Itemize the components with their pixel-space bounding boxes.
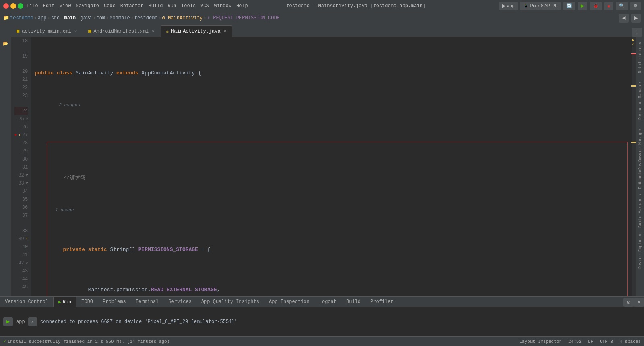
debug-btn[interactable]: 🐞 xyxy=(590,2,602,10)
breadcrumb-src[interactable]: src xyxy=(51,15,60,21)
code-content[interactable]: public class MainActivity extends AppCom… xyxy=(31,37,631,296)
left-sidebar: 📂 xyxy=(0,37,11,296)
breadcrumb-app[interactable]: app xyxy=(38,15,47,21)
status-message: ✓ Install successfully finished in 2 s 5… xyxy=(3,339,169,344)
tab-todo[interactable]: TODO xyxy=(76,297,98,307)
menu-window[interactable]: Window xyxy=(214,3,231,9)
code-line-20: private static String[] PERMISSIONS_STOR… xyxy=(47,246,627,254)
tab-run[interactable]: ▶ Run xyxy=(53,297,76,307)
notifications-label[interactable]: Notifications xyxy=(638,42,642,73)
error-mark-1 xyxy=(631,53,636,54)
window-controls xyxy=(3,3,23,9)
menu-build[interactable]: Build xyxy=(148,3,163,9)
menu-file[interactable]: File xyxy=(27,3,38,9)
breadcrumb-symbol[interactable]: ⚡ REQUEST_PERMISSION_CODE xyxy=(207,15,280,21)
status-bar: ✓ Install successfully finished in 2 s 5… xyxy=(0,336,644,346)
code-container[interactable]: 18 19 20 21 22 23 24 25▽ 26 ●⬆27 28 29 3… xyxy=(11,37,636,296)
tab-build[interactable]: Build xyxy=(341,297,365,307)
code-line-18: public class MainActivity extends AppCom… xyxy=(35,69,628,77)
breadcrumb-project[interactable]: testdemo xyxy=(10,15,33,21)
breadcrumb-main[interactable]: main xyxy=(64,15,76,21)
encoding[interactable]: UTF-8 xyxy=(600,339,613,344)
menu-bar: File Edit View Navigate Code Refactor Bu… xyxy=(27,3,248,9)
menu-code[interactable]: Code xyxy=(104,3,116,9)
sidebar-project-icon[interactable]: 📂 xyxy=(1,39,10,48)
console-output: connected to process 6697 on device 'Pix… xyxy=(40,319,237,325)
code-line-19: //请求码 xyxy=(47,174,627,182)
tab-logcat[interactable]: Logcat xyxy=(314,297,341,307)
run-config-btn[interactable]: ▶ app xyxy=(499,2,517,10)
breadcrumb-com[interactable]: com xyxy=(96,15,105,21)
breadcrumb-testdemo[interactable]: testdemo xyxy=(134,15,158,21)
resource-manager-label[interactable]: Resource Manager xyxy=(638,81,642,120)
warning-mark-1 xyxy=(631,85,636,86)
tab-app-inspection[interactable]: App Inspection xyxy=(264,297,314,307)
menu-vcs[interactable]: VCS xyxy=(200,3,209,9)
menu-view[interactable]: View xyxy=(60,3,71,9)
error-stripe: ▲ 7 xyxy=(631,37,636,296)
status-right: Layout Inspector 24:52 LF UTF-8 4 spaces xyxy=(519,339,641,344)
nav-actions: ◀ ▶ xyxy=(619,14,641,23)
window-title: testdemo - MainActivity.java [testdemo.a… xyxy=(286,3,425,9)
tab-app-quality[interactable]: App Quality Insights xyxy=(196,297,264,307)
menu-refactor[interactable]: Refactor xyxy=(120,3,144,9)
panel-settings-btn[interactable]: ⚙ xyxy=(623,298,634,307)
sync-btn[interactable]: 🔄 xyxy=(563,2,575,10)
menu-navigate[interactable]: Navigate xyxy=(76,3,99,9)
tab-close-icon[interactable]: × xyxy=(74,29,78,34)
right-sidebar-bottom: Running Devices Build Variants Device Ex… xyxy=(638,153,642,272)
build-variants-label[interactable]: Build Variants xyxy=(638,194,642,228)
tab-profiler[interactable]: Profiler xyxy=(365,297,398,307)
tab-icon: ▦ xyxy=(17,28,19,34)
tab-version-control[interactable]: Version Control xyxy=(0,297,53,307)
layout-inspector-label[interactable]: Layout Inspector xyxy=(519,339,562,344)
nav-back-btn[interactable]: ◀ xyxy=(619,14,629,23)
editor-settings-btn[interactable]: ⋮ xyxy=(632,28,642,37)
tab-close-icon[interactable]: × xyxy=(151,29,155,34)
settings-btn[interactable]: ⚙ xyxy=(630,2,641,10)
breadcrumb-java[interactable]: java xyxy=(80,15,92,21)
cursor-position[interactable]: 24:52 xyxy=(568,339,582,344)
tab-problems[interactable]: Problems xyxy=(98,297,131,307)
warning-count: ▲ 7 xyxy=(632,38,635,47)
stop-btn[interactable]: ■ xyxy=(604,2,613,10)
menu-tools[interactable]: Tools xyxy=(181,3,196,9)
search-btn[interactable]: 🔍 xyxy=(616,2,628,10)
indent[interactable]: 4 spaces xyxy=(619,339,641,344)
tab-androidmanifest-xml[interactable]: ▦ AndroidManifest.xml × xyxy=(83,25,161,37)
running-devices-label[interactable]: Running Devices xyxy=(638,153,642,189)
line-numbers: 18 19 20 21 22 23 24 25▽ 26 ●⬆27 28 29 3… xyxy=(11,37,31,296)
run-stop-btn[interactable]: ▶ xyxy=(3,317,13,326)
line-ending[interactable]: LF xyxy=(588,339,593,344)
menu-help[interactable]: Help xyxy=(236,3,248,9)
nav-forward-btn[interactable]: ▶ xyxy=(631,14,641,23)
close-button[interactable] xyxy=(3,3,9,9)
navbar: 📁 testdemo › app › src › main › java › c… xyxy=(0,12,644,24)
maximize-button[interactable] xyxy=(18,3,23,9)
tab-terminal[interactable]: Terminal xyxy=(131,297,164,307)
device-explorer-label[interactable]: Device Explorer xyxy=(638,233,642,269)
bottom-content: ▶ app × connected to process 6697 on dev… xyxy=(0,307,644,336)
bottom-panel: Version Control ▶ Run TODO Problems Term… xyxy=(0,296,644,336)
code-line-21: Manifest.permission.READ_EXTERNAL_STORAG… xyxy=(47,286,627,294)
right-sidebar: Notifications Resource Manager Device Ma… xyxy=(636,37,644,296)
run-btn[interactable]: ▶ xyxy=(578,2,587,10)
close-run-btn[interactable]: × xyxy=(28,317,37,326)
device-selector-btn[interactable]: 📱 Pixel 6 API 29 xyxy=(520,2,561,10)
bottom-tabs: Version Control ▶ Run TODO Problems Term… xyxy=(0,297,644,307)
main-area: 📂 18 19 20 21 22 23 24 25▽ 26 ●⬆27 xyxy=(0,37,644,296)
tabs-bar: ▦ activity_main.xml × ▦ AndroidManifest.… xyxy=(0,24,644,37)
breadcrumb-example[interactable]: example xyxy=(109,15,130,21)
menu-run[interactable]: Run xyxy=(167,3,176,9)
editor-area: 18 19 20 21 22 23 24 25▽ 26 ●⬆27 28 29 3… xyxy=(11,37,636,296)
breadcrumb-mainactivity[interactable]: ⚙ MainActivity xyxy=(162,15,203,21)
tab-icon: ▦ xyxy=(88,28,91,34)
tab-activity-main-xml[interactable]: ▦ activity_main.xml × xyxy=(11,25,83,37)
panel-hide-btn[interactable]: ✕ xyxy=(634,298,644,307)
menu-edit[interactable]: Edit xyxy=(43,3,55,9)
tab-close-icon[interactable]: × xyxy=(223,29,227,34)
tab-icon: ☕ xyxy=(166,28,169,34)
minimize-button[interactable] xyxy=(10,3,16,9)
tab-services[interactable]: Services xyxy=(163,297,196,307)
tab-mainactivity-java[interactable]: ☕ MainActivity.java × xyxy=(161,25,232,37)
